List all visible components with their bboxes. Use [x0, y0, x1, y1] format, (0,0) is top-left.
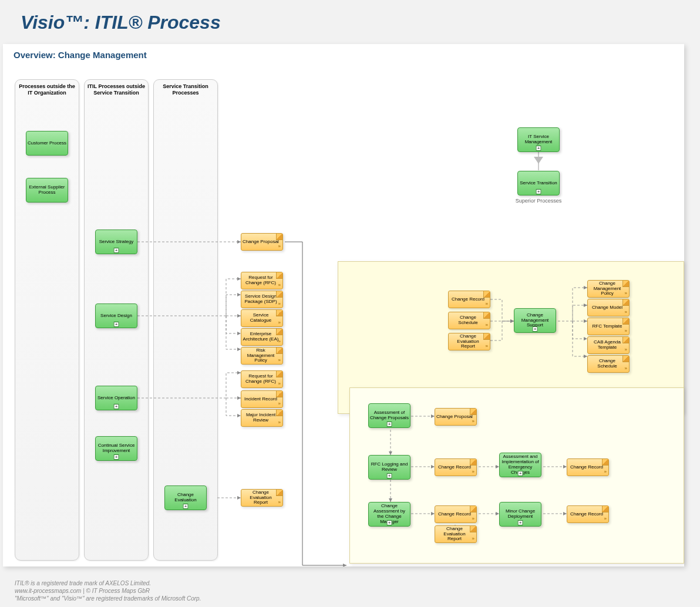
doc-label: Change Evaluation Report	[436, 527, 473, 542]
link-icon: »	[625, 291, 627, 296]
expand-icon[interactable]: +	[387, 421, 392, 427]
doc-label: Change Management Policy	[589, 281, 625, 296]
doc-cab-agenda-template[interactable]: CAB Agenda Template»	[587, 336, 630, 354]
doc-label: Major Incident Review	[243, 413, 279, 423]
diagram-canvas: Overview: Change Management Processes ou…	[3, 44, 684, 566]
proc-label: Continual Service Improvement	[97, 443, 136, 454]
link-icon: »	[625, 329, 627, 334]
proc-customer-process[interactable]: Customer Process	[26, 131, 68, 156]
proc-emergency-changes[interactable]: Assessment and Implementation of Emergen…	[499, 453, 541, 477]
proc-label: Assessment of Change Proposals	[370, 410, 409, 421]
link-icon: »	[278, 339, 281, 345]
link-icon: »	[278, 244, 281, 249]
expand-icon[interactable]: +	[387, 520, 392, 525]
doc-label: Change Model	[592, 305, 622, 311]
link-icon: »	[625, 348, 627, 353]
proc-label: Service Operation	[97, 396, 135, 401]
doc-label: Change Schedule	[450, 315, 486, 326]
expand-icon[interactable]: +	[387, 473, 392, 478]
expand-icon[interactable]: +	[114, 248, 119, 253]
doc-change-record-3[interactable]: Change Record»	[567, 458, 609, 476]
link-icon: »	[472, 470, 474, 475]
expand-icon[interactable]: +	[114, 454, 119, 460]
doc-change-eval-report[interactable]: Change Evaluation Report»	[241, 489, 283, 507]
doc-change-model[interactable]: Change Model»	[587, 299, 630, 316]
link-icon: »	[278, 420, 281, 426]
doc-label: Change Evaluation Report	[450, 334, 486, 349]
doc-change-record-5[interactable]: Change Record»	[567, 505, 609, 523]
doc-change-eval-report-2[interactable]: Change Evaluation Report»	[448, 333, 490, 350]
doc-risk-mgmt-policy[interactable]: Risk Management Policy»	[241, 347, 283, 365]
doc-change-record-4[interactable]: Change Record»	[435, 505, 477, 523]
doc-enterprise-architecture[interactable]: Enterprise Architecture (EA)»	[241, 328, 283, 346]
page-title: Visio™: ITIL® Process	[0, 0, 700, 39]
proc-label: IT Service Management	[519, 134, 558, 145]
doc-change-proposal-2[interactable]: Change Proposal»	[435, 408, 477, 426]
footer-line: ITIL® is a registered trade mark of AXEL…	[15, 579, 201, 587]
lane-header: Processes outside the IT Organization	[15, 80, 79, 100]
footer-line: "Microsoft™" and "Visio™" are registered…	[15, 595, 201, 602]
link-icon: »	[278, 500, 281, 505]
doc-rfc-2[interactable]: Request for Change (RFC)»	[241, 370, 283, 388]
link-icon: »	[278, 402, 281, 407]
link-icon: »	[472, 419, 474, 424]
expand-icon[interactable]: +	[536, 189, 541, 194]
doc-major-incident-review[interactable]: Major Incident Review»	[241, 409, 283, 427]
doc-label: Change Evaluation Report	[243, 490, 279, 505]
doc-rfc[interactable]: Request for Change (RFC)»	[241, 272, 283, 289]
expand-icon[interactable]: +	[536, 146, 541, 151]
expand-icon[interactable]: +	[183, 504, 189, 509]
proc-label: Service Strategy	[99, 240, 134, 245]
doc-label: Request for Change (RFC)	[243, 374, 279, 385]
proc-assess-change-proposals[interactable]: Assessment of Change Proposals+	[368, 403, 410, 428]
footer: ITIL® is a registered trade mark of AXEL…	[15, 579, 201, 602]
proc-minor-change-deploy[interactable]: Minor Change Deployment+	[499, 502, 541, 527]
doc-label: Service Catalogue	[243, 313, 279, 323]
proc-label: RFC Logging and Review	[370, 462, 409, 473]
generalization-arrow-icon	[534, 157, 543, 164]
doc-change-schedule-2[interactable]: Change Schedule»	[587, 355, 630, 373]
doc-service-catalogue[interactable]: Service Catalogue»	[241, 309, 283, 327]
doc-change-record-2[interactable]: Change Record»	[435, 458, 477, 476]
proc-change-evaluation[interactable]: Change Evaluation+	[164, 485, 207, 510]
doc-incident-record[interactable]: Incident Record»	[241, 390, 283, 408]
expand-icon[interactable]: +	[518, 520, 523, 525]
link-icon: »	[625, 310, 627, 315]
doc-change-record[interactable]: Change Record»	[448, 291, 490, 308]
doc-label: Risk Management Policy	[243, 348, 279, 363]
doc-change-eval-report-3[interactable]: Change Evaluation Report»	[435, 525, 477, 543]
doc-change-mgmt-policy[interactable]: Change Management Policy»	[587, 280, 630, 298]
doc-label: Change Record	[438, 465, 471, 470]
proc-service-operation[interactable]: Service Operation+	[95, 386, 137, 410]
proc-service-transition[interactable]: Service Transition+	[517, 171, 560, 195]
doc-sdp[interactable]: Service Design Package (SDP)»	[241, 291, 283, 308]
expand-icon[interactable]: +	[533, 326, 538, 332]
doc-rfc-template[interactable]: RFC Template»	[587, 318, 630, 335]
doc-change-proposal[interactable]: Change Proposal»	[241, 233, 283, 251]
doc-label: Change Record	[438, 512, 471, 517]
proc-label: Service Transition	[520, 181, 557, 186]
doc-change-schedule[interactable]: Change Schedule»	[448, 312, 490, 329]
link-icon: »	[625, 366, 627, 372]
expand-icon[interactable]: +	[518, 471, 523, 476]
doc-label: Change Proposal	[436, 414, 473, 420]
link-icon: »	[486, 302, 488, 307]
link-icon: »	[278, 302, 281, 307]
proc-service-strategy[interactable]: Service Strategy+	[95, 230, 137, 254]
lane-header: Service Transition Processes	[154, 80, 217, 100]
doc-label: Change Record	[570, 512, 603, 517]
proc-external-supplier[interactable]: External Supplier Process	[26, 178, 68, 203]
proc-rfc-logging-review[interactable]: RFC Logging and Review+	[368, 455, 410, 480]
proc-it-service-mgmt[interactable]: IT Service Management+	[517, 127, 560, 152]
proc-csi[interactable]: Continual Service Improvement+	[95, 436, 137, 461]
proc-service-design[interactable]: Service Design+	[95, 304, 137, 328]
proc-change-mgmt-support[interactable]: Change Management Support+	[514, 308, 556, 333]
proc-change-assessment-mgr[interactable]: Change Assessment by the Change Manager+	[368, 502, 410, 527]
doc-label: Change Proposal	[243, 240, 279, 245]
expand-icon[interactable]: +	[114, 322, 119, 327]
expand-icon[interactable]: +	[114, 404, 119, 409]
link-icon: »	[278, 382, 281, 387]
doc-label: CAB Agenda Template	[589, 340, 625, 350]
link-icon: »	[278, 358, 281, 363]
link-icon: »	[486, 323, 488, 328]
